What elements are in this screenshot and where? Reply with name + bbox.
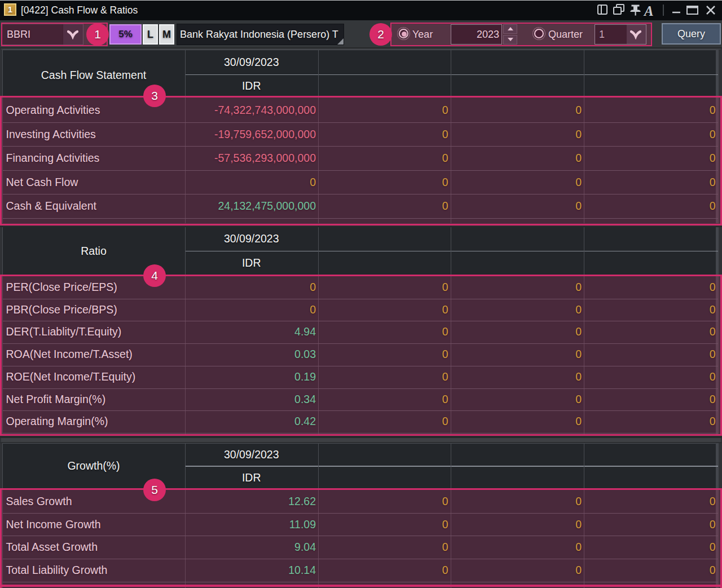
svg-text:A: A	[643, 3, 654, 19]
